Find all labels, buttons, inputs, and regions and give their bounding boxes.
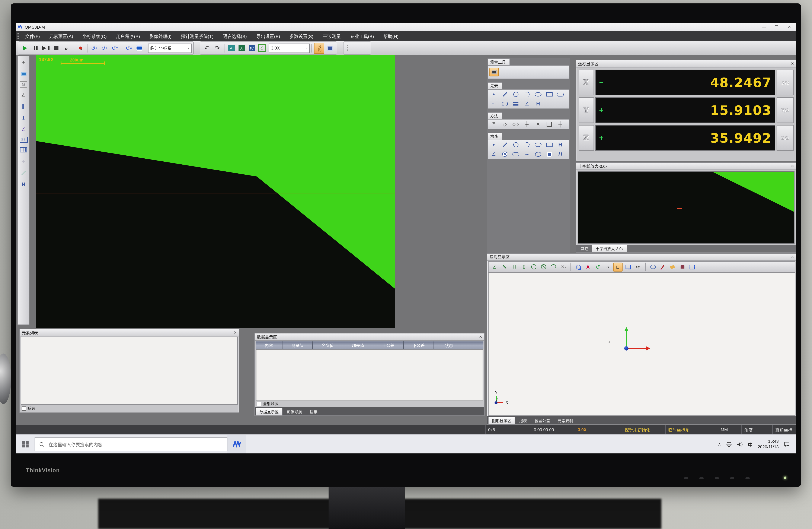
cross-center-icon[interactable]: ┼	[556, 120, 565, 128]
construct-blob-icon[interactable]	[534, 150, 542, 158]
g-distance-icon[interactable]: H	[510, 263, 519, 271]
x-half-button[interactable]: X/2	[777, 70, 794, 95]
single-point-icon[interactable]: ◇	[501, 120, 509, 128]
menu-image-processing[interactable]: 影像处理(I)	[145, 33, 176, 39]
restore-button[interactable]: ❐	[770, 23, 783, 31]
g-circle-icon[interactable]	[530, 263, 538, 271]
zoom-select[interactable]: 3.0X ▾	[269, 43, 310, 53]
g-zoom-window-icon[interactable]	[624, 263, 632, 271]
run-button[interactable]	[20, 43, 30, 53]
taskbar-clock[interactable]: 15:43 2020/11/13	[758, 439, 779, 449]
angle-between-icon[interactable]: ∠	[19, 125, 28, 134]
element-section-tab[interactable]: 元素	[488, 82, 502, 89]
g-vertical-distance-icon[interactable]: I	[520, 263, 528, 271]
line-tool-icon[interactable]	[19, 169, 28, 177]
speaker-icon[interactable]	[737, 442, 743, 447]
tab-other[interactable]: 其它	[577, 245, 592, 252]
construct-point-icon[interactable]	[490, 141, 498, 148]
menu-coord-system[interactable]: 坐标系统(C)	[78, 33, 111, 39]
construct-circle-icon[interactable]	[512, 141, 520, 148]
g-stamp-icon[interactable]	[678, 263, 686, 271]
element-list-body[interactable]	[21, 337, 238, 405]
y-half-button[interactable]: Y/2	[777, 97, 794, 123]
redo-button[interactable]: ↷	[213, 43, 222, 53]
network-globe-icon[interactable]	[726, 442, 731, 447]
monitor-controls[interactable]	[684, 477, 750, 479]
multi-point-icon[interactable]: ◇◇	[512, 120, 520, 128]
construct-line-icon[interactable]	[501, 141, 509, 148]
circle-tool-icon[interactable]	[512, 90, 520, 98]
surface-box-icon[interactable]	[545, 120, 553, 128]
g-angle-icon[interactable]: ∠	[490, 263, 499, 271]
g-ellipse-icon[interactable]	[649, 263, 657, 271]
show-all-checkbox[interactable]	[257, 402, 261, 406]
close-icon[interactable]: ✕	[791, 255, 794, 259]
undo-button[interactable]: ↶	[202, 43, 212, 53]
z-half-button[interactable]: Z/2	[777, 125, 794, 151]
export-c-button[interactable]: C	[257, 43, 267, 53]
g-eraser-icon[interactable]	[668, 263, 677, 271]
capture-camera-button[interactable]	[490, 68, 499, 76]
construct-ellipse-icon[interactable]	[534, 141, 542, 148]
rotate-a-button[interactable]: ↺A	[90, 43, 99, 53]
probe-point-button[interactable]	[75, 43, 85, 53]
construct-arc-icon[interactable]	[523, 141, 531, 148]
angle-tool-icon[interactable]: ∠	[523, 100, 531, 108]
construct-angle-icon[interactable]: ∠	[490, 150, 498, 158]
angle-measure-icon[interactable]: ∠	[19, 90, 28, 99]
g-rotate-icon[interactable]: ↺	[594, 263, 602, 271]
array-grid-icon[interactable]	[19, 146, 28, 154]
g-xy-label-icon[interactable]: xy	[634, 263, 642, 271]
ime-indicator[interactable]: 中	[748, 441, 753, 448]
data-table-button[interactable]	[325, 43, 335, 53]
rectangle-tool-icon[interactable]	[545, 90, 553, 98]
save-button[interactable]	[134, 43, 144, 53]
graphics-canvas[interactable]: + Y X	[488, 272, 795, 416]
col-deviation[interactable]: 超差值	[343, 341, 373, 349]
data-table-body[interactable]	[256, 349, 483, 401]
arc-tool-icon[interactable]	[523, 90, 531, 98]
height-tool-icon[interactable]: H	[19, 180, 28, 189]
g-contrast-icon[interactable]: ◑	[603, 263, 612, 271]
tray-chevron-icon[interactable]: ∧	[718, 442, 721, 447]
export-excel-button[interactable]: X	[237, 43, 246, 53]
parallel-lines-icon[interactable]: ∥	[19, 102, 28, 111]
projection-capture-button[interactable]: 投影	[314, 42, 324, 54]
menu-interferometry[interactable]: 干涉测量	[318, 33, 345, 39]
objective-lens-icon[interactable]: ⌖	[19, 58, 28, 67]
curve-tool-icon[interactable]: ~	[490, 100, 498, 108]
auto-detect-icon[interactable]: *	[490, 120, 498, 128]
rotate-x-button[interactable]: ↺X	[100, 43, 109, 53]
tab-element-copy[interactable]: 元素复制	[554, 417, 577, 425]
construct-concentric-icon[interactable]	[501, 150, 509, 158]
blob-tool-icon[interactable]	[501, 100, 509, 108]
col-upper-tol[interactable]: 上公差	[373, 341, 404, 349]
construct-slot-icon[interactable]	[512, 150, 520, 158]
menu-file[interactable]: 文件(F)	[20, 33, 45, 39]
search-input[interactable]	[48, 441, 223, 447]
trace-icon[interactable]: ✕	[534, 120, 542, 128]
ellipse-tool-icon[interactable]	[534, 90, 542, 98]
counter-display-icon[interactable]: 88	[19, 137, 28, 143]
menu-help[interactable]: 帮助(H)	[379, 33, 403, 39]
tab-position-tolerance[interactable]: 位置公差	[531, 417, 553, 425]
camera-view[interactable]: 137.9X 200um	[36, 55, 395, 328]
tab-data-display[interactable]: 数据显示区	[256, 408, 282, 415]
construct-distance-icon[interactable]: H	[556, 141, 565, 148]
report-chart-button[interactable]: A	[227, 43, 236, 53]
col-status[interactable]: 状态	[434, 341, 464, 349]
point-tool-icon[interactable]	[490, 90, 498, 98]
construct-section-tab[interactable]: 构造	[488, 133, 502, 140]
magnifier-view[interactable]	[578, 171, 795, 244]
menu-element-preset[interactable]: 元素预置(A)	[45, 33, 78, 39]
close-icon[interactable]: ✕	[791, 61, 794, 66]
taskbar-search[interactable]	[34, 437, 228, 451]
construct-calc-icon[interactable]	[545, 150, 553, 158]
close-button[interactable]: ✕	[783, 23, 796, 31]
line-tool-icon[interactable]	[501, 90, 509, 98]
measure-tools-tab[interactable]: 测量工具	[488, 58, 510, 65]
coord-system-select[interactable]: 临时坐标系 ▾	[148, 43, 192, 53]
col-lower-tol[interactable]: 下公差	[404, 341, 434, 349]
col-nominal[interactable]: 名义值	[313, 341, 343, 349]
construct-rect-icon[interactable]	[545, 141, 553, 148]
